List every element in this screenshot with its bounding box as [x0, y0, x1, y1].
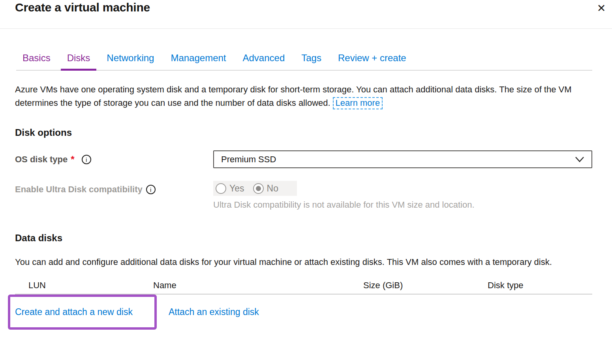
wizard-tabs: Basics Disks Networking Management Advan… — [16, 53, 592, 71]
chevron-down-icon — [575, 156, 584, 163]
data-disks-description: You can add and configure additional dat… — [15, 255, 584, 269]
tab-advanced[interactable]: Advanced — [237, 53, 291, 70]
radio-option-yes[interactable]: Yes — [216, 183, 244, 194]
column-header-size: Size (GiB) — [363, 280, 488, 291]
radio-label: No — [267, 183, 278, 194]
tab-disks[interactable]: Disks — [61, 53, 97, 70]
column-header-name: Name — [153, 280, 363, 291]
table-header-row: LUN Name Size (GiB) Disk type — [15, 277, 592, 295]
os-disk-type-label-group: OS disk type * i — [15, 150, 213, 165]
radio-option-no[interactable]: No — [253, 183, 278, 194]
os-disk-type-value: Premium SSD — [221, 154, 575, 165]
attach-existing-disk-link[interactable]: Attach an existing disk — [169, 307, 259, 317]
dialog-body: Basics Disks Networking Management Advan… — [0, 53, 612, 336]
ultra-disk-field: Yes No Ultra Disk compatibility is not a… — [213, 181, 592, 210]
ultra-disk-label: Enable Ultra Disk compatibility — [15, 184, 143, 195]
data-disks-table: LUN Name Size (GiB) Disk type Create and… — [15, 277, 592, 336]
column-header-lun: LUN — [15, 280, 153, 291]
table-actions-row: Create and attach a new disk Attach an e… — [15, 295, 592, 336]
create-and-attach-new-disk-link[interactable]: Create and attach a new disk — [15, 307, 133, 317]
close-icon[interactable]: ✕ — [595, 2, 608, 15]
os-disk-type-dropdown[interactable]: Premium SSD — [213, 150, 592, 168]
os-disk-type-label: OS disk type — [15, 154, 68, 165]
intro-text: Azure VMs have one operating system disk… — [15, 83, 588, 110]
radio-label: Yes — [229, 183, 244, 194]
learn-more-link[interactable]: Learn more — [333, 97, 383, 109]
page-title: Create a virtual machine — [15, 1, 150, 14]
radio-dot — [256, 186, 261, 191]
tab-tags[interactable]: Tags — [295, 53, 328, 70]
ultra-disk-radio-group: Yes No — [213, 181, 297, 196]
ultra-disk-row: Enable Ultra Disk compatibility i Yes No… — [15, 181, 592, 210]
column-header-disk-type: Disk type — [488, 280, 592, 291]
tab-networking[interactable]: Networking — [100, 53, 160, 70]
dialog-header: Create a virtual machine ✕ — [0, 0, 612, 29]
info-icon[interactable]: i — [146, 185, 156, 194]
tab-review-create[interactable]: Review + create — [332, 53, 413, 70]
tab-basics[interactable]: Basics — [16, 53, 57, 70]
radio-icon-selected — [253, 183, 264, 194]
required-marker: * — [71, 154, 74, 165]
ultra-disk-helper-text: Ultra Disk compatibility is not availabl… — [213, 200, 592, 210]
disk-options-heading: Disk options — [15, 127, 592, 138]
os-disk-type-field: Premium SSD — [213, 150, 592, 168]
radio-icon — [216, 183, 226, 194]
info-icon[interactable]: i — [82, 155, 91, 164]
data-disks-heading: Data disks — [15, 233, 592, 244]
tab-management[interactable]: Management — [164, 53, 232, 70]
intro-body: Azure VMs have one operating system disk… — [15, 84, 572, 108]
ultra-disk-label-group: Enable Ultra Disk compatibility i — [15, 181, 213, 195]
os-disk-type-row: OS disk type * i Premium SSD — [15, 150, 592, 168]
